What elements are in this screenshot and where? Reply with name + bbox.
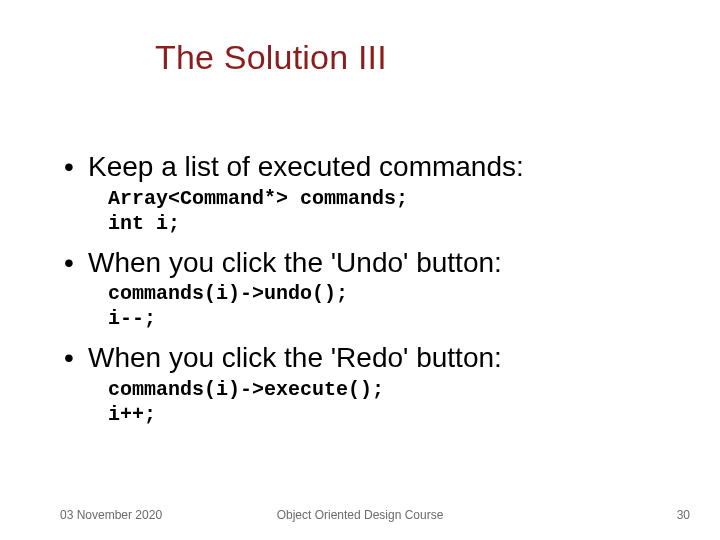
slide: The Solution III Keep a list of executed… — [0, 0, 720, 540]
bullet-item: Keep a list of executed commands: — [60, 150, 680, 184]
slide-body: Keep a list of executed commands: Array<… — [60, 140, 680, 435]
bullet-text: Keep a list of executed commands: — [88, 151, 524, 182]
slide-title: The Solution III — [155, 38, 387, 77]
bullet-text: When you click the 'Redo' button: — [88, 342, 502, 373]
bullet-item: When you click the 'Undo' button: — [60, 246, 680, 280]
code-block: commands(i)->undo(); i--; — [108, 281, 680, 331]
footer-page-number: 30 — [677, 508, 690, 522]
code-block: commands(i)->execute(); i++; — [108, 377, 680, 427]
bullet-text: When you click the 'Undo' button: — [88, 247, 502, 278]
bullet-item: When you click the 'Redo' button: — [60, 341, 680, 375]
code-block: Array<Command*> commands; int i; — [108, 186, 680, 236]
footer-course: Object Oriented Design Course — [0, 508, 720, 522]
